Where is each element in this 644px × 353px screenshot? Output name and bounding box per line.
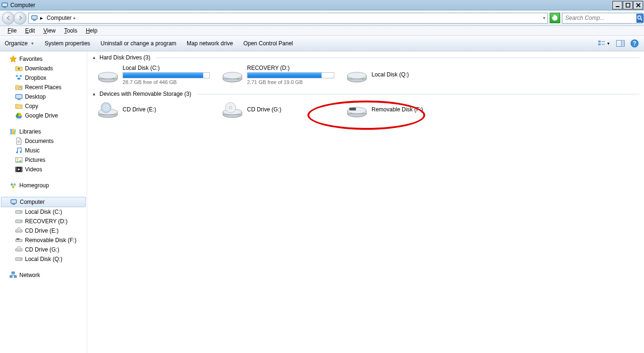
drive-local-disk-c[interactable]: Local Disk (C:) 28.7 GB free of 446 GB	[97, 64, 210, 86]
drive-name: CD Drive (E:)	[123, 106, 209, 113]
cmd-organize[interactable]: Organize▼	[4, 38, 35, 49]
hard-drive-icon	[98, 66, 119, 84]
breadcrumb-computer[interactable]: Computer ▸	[45, 13, 78, 23]
search-input[interactable]	[565, 15, 636, 21]
nav-dropbox[interactable]: Dropbox	[0, 73, 87, 83]
address-bar[interactable]: ▸ Computer ▸ ▾	[28, 13, 548, 24]
hard-drive-icon	[222, 66, 243, 84]
address-history-dropdown[interactable]: ▾	[543, 16, 545, 20]
nav-google-drive[interactable]: Google Drive	[0, 111, 87, 120]
cmd-open-control-panel[interactable]: Open Control Panel	[242, 38, 294, 49]
nav-label: Homegroup	[19, 182, 49, 189]
svg-rect-43	[12, 204, 15, 205]
svg-point-68	[238, 78, 239, 79]
svg-point-32	[20, 151, 22, 153]
search-button[interactable]	[636, 14, 644, 23]
chevron-right-icon[interactable]: ▸	[74, 16, 76, 20]
content-pane: ▲ Hard Disk Drives (3) Local Disk (C:) 2…	[87, 51, 644, 353]
close-button[interactable]	[633, 1, 643, 9]
drive-recovery-d[interactable]: RECOVERY (D:) 2.71 GB free of 19.0 GB	[221, 64, 334, 86]
view-options-button[interactable]: ▼	[596, 38, 612, 49]
nav-label: Libraries	[19, 128, 41, 135]
search-box[interactable]	[562, 13, 642, 24]
nav-network[interactable]: Network	[0, 270, 87, 280]
svg-point-63	[99, 72, 117, 79]
cmd-system-properties[interactable]: System properties	[44, 38, 91, 49]
removable-disk-icon	[347, 101, 368, 119]
nav-videos[interactable]: Videos	[0, 165, 87, 174]
menu-tools[interactable]: Tools	[60, 26, 81, 35]
svg-rect-18	[622, 41, 624, 46]
drive-name: Removable Disk (F:)	[372, 106, 458, 113]
svg-point-34	[17, 159, 18, 160]
menu-edit[interactable]: Edit	[21, 26, 39, 35]
minimize-button[interactable]	[612, 1, 622, 9]
nav-local-disk-c[interactable]: Local Disk (C:)	[0, 207, 87, 217]
back-button[interactable]	[2, 12, 15, 25]
titlebar: Computer	[0, 0, 644, 10]
nav-music[interactable]: Music	[0, 146, 87, 155]
svg-rect-13	[598, 43, 601, 45]
nav-computer[interactable]: Computer	[1, 197, 86, 207]
nav-cd-drive-e[interactable]: CD Drive (E:)	[0, 226, 87, 235]
nav-removable-disk-f[interactable]: Removable Disk (F:)	[0, 235, 87, 245]
svg-rect-24	[17, 99, 20, 100]
nav-downloads[interactable]: Downloads	[0, 64, 87, 73]
nav-cd-drive-g[interactable]: CD Drive (G:)	[0, 245, 87, 254]
menu-bar: Filedocument.currentScript.previousEleme…	[0, 26, 644, 36]
preview-pane-button[interactable]	[615, 38, 626, 49]
nav-homegroup[interactable]: Homegroup	[0, 181, 87, 190]
nav-desktop[interactable]: Desktop	[0, 92, 87, 101]
svg-point-50	[18, 229, 19, 230]
nav-documents[interactable]: Documents	[0, 136, 87, 146]
drive-name: CD Drive (G:)	[247, 106, 333, 113]
svg-rect-87	[349, 108, 356, 110]
drive-free-space: 28.7 GB free of 446 GB	[123, 79, 210, 85]
svg-rect-8	[32, 16, 37, 19]
svg-rect-27	[14, 129, 16, 134]
svg-rect-9	[33, 20, 36, 21]
help-button[interactable]: ?	[629, 38, 640, 49]
svg-point-71	[347, 72, 366, 79]
cmd-map-network-drive[interactable]: Map network drive	[186, 38, 234, 49]
refresh-button[interactable]	[550, 13, 560, 23]
nav-row: ▸ Computer ▸ ▾	[0, 10, 644, 26]
forward-button[interactable]	[14, 12, 26, 25]
nav-copy[interactable]: Copy	[0, 101, 87, 111]
menu-view[interactable]: View	[40, 26, 59, 35]
maximize-button[interactable]	[623, 1, 633, 9]
svg-rect-58	[10, 276, 12, 277]
chevron-down-icon: ▼	[607, 42, 611, 46]
svg-point-38	[11, 184, 13, 186]
nav-recovery-d[interactable]: RECOVERY (D:)	[0, 217, 87, 226]
drive-cd-e[interactable]: CD Drive (E:)	[97, 100, 210, 120]
svg-point-78	[105, 107, 107, 109]
section-removable-storage[interactable]: ▲ Devices with Removable Storage (3)	[92, 91, 639, 97]
nav-recent-places[interactable]: Recent Places	[0, 83, 87, 92]
drive-removable-f[interactable]: Removable Disk (F:)	[346, 100, 459, 120]
svg-rect-1	[2, 3, 7, 6]
svg-point-64	[113, 78, 115, 79]
svg-point-72	[362, 78, 363, 79]
usage-bar	[247, 72, 334, 78]
menu-help[interactable]: Help	[82, 26, 101, 35]
computer-icon	[31, 14, 38, 22]
folder-download-icon	[15, 65, 23, 72]
navigation-pane: Favorites Downloads Dropbox Recent Place…	[0, 51, 87, 353]
drive-local-disk-q[interactable]: Local Disk (Q:)	[346, 64, 459, 86]
svg-point-57	[20, 259, 21, 260]
svg-point-83	[230, 107, 232, 109]
nav-pictures[interactable]: Pictures	[0, 155, 87, 165]
drive-cd-g[interactable]: CD Drive (G:)	[221, 100, 334, 120]
svg-rect-12	[598, 41, 601, 42]
folder-icon	[15, 102, 23, 110]
cmd-uninstall[interactable]: Uninstall or change a program	[99, 38, 177, 49]
section-hard-disk-drives[interactable]: ▲ Hard Disk Drives (3)	[92, 54, 639, 61]
drive-name: RECOVERY (D:)	[247, 65, 334, 71]
nav-libraries[interactable]: Libraries	[0, 127, 87, 136]
chevron-right-icon[interactable]: ▸	[40, 15, 43, 21]
menu-file[interactable]: Filedocument.currentScript.previousEleme…	[4, 26, 20, 35]
nav-favorites[interactable]: Favorites	[0, 54, 87, 64]
svg-rect-25	[10, 129, 12, 134]
nav-local-disk-q[interactable]: Local Disk (Q:)	[0, 254, 87, 264]
